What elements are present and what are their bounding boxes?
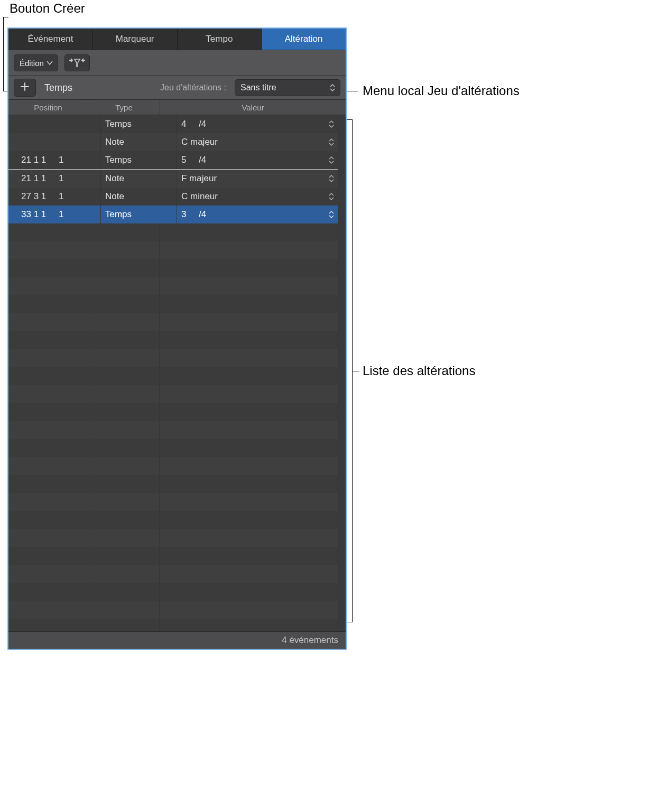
cell-value[interactable]: F majeur (177, 170, 338, 188)
stepper-icon[interactable] (328, 155, 335, 165)
table-row[interactable]: Note C majeur (8, 133, 338, 151)
value-text: 4 /4 (181, 119, 206, 129)
filter-button[interactable] (64, 54, 90, 71)
chevron-down-icon (47, 61, 52, 64)
tab-label: Événement (27, 34, 73, 44)
stepper-icon[interactable] (328, 137, 335, 147)
sub-toolbar: Temps Jeu d'altérations : Sans titre (8, 76, 346, 100)
status-text: 4 événements (282, 635, 338, 646)
cell-position[interactable]: 21 1 1 1 (8, 170, 101, 188)
toolbar: Édition (8, 50, 346, 76)
value-text: 3 /4 (181, 209, 206, 220)
signature-panel: Événement Marqueur Tempo Altération Édit… (7, 27, 347, 650)
table-row[interactable]: 21 1 1 1 Note F majeur (8, 170, 338, 188)
cell-value[interactable]: 4 /4 (177, 115, 338, 133)
stepper-icon[interactable] (328, 192, 335, 201)
cell-value[interactable]: 3 /4 (177, 206, 338, 223)
column-header-type[interactable]: Type (88, 100, 160, 115)
tab-tempo[interactable]: Tempo (178, 29, 262, 50)
cell-type[interactable]: Note (101, 170, 177, 188)
callout-bracket (352, 371, 359, 371)
callout-bracket (347, 119, 352, 120)
signature-set-label: Jeu d'altérations : (160, 83, 226, 92)
value-text: F majeur (181, 173, 217, 184)
tab-bar: Événement Marqueur Tempo Altération (8, 29, 346, 50)
signature-set-dropdown[interactable]: Sans titre (235, 79, 340, 96)
table-header: Position Type Valeur (8, 100, 346, 115)
stepper-icon[interactable] (328, 174, 335, 183)
plus-icon (20, 82, 30, 94)
table-body-wrap: Temps 4 /4 Note C majeur (8, 115, 346, 631)
dropdown-value: Sans titre (240, 83, 276, 92)
value-text: C majeur (181, 137, 218, 147)
stepper-icon[interactable] (328, 210, 335, 219)
create-button[interactable] (14, 79, 36, 97)
cell-position[interactable]: 27 3 1 1 (8, 188, 101, 206)
cell-position[interactable]: 21 1 1 1 (8, 151, 101, 169)
callout-bracket (347, 622, 352, 622)
edit-menu-button[interactable]: Édition (14, 54, 58, 71)
cell-value[interactable]: C majeur (177, 133, 338, 151)
edit-label: Édition (20, 59, 44, 68)
cell-position[interactable]: 33 1 1 1 (8, 206, 101, 223)
callout-line (3, 17, 4, 91)
column-header-value[interactable]: Valeur (160, 100, 346, 115)
cell-value[interactable]: 5 /4 (177, 151, 338, 169)
scrollbar-gutter[interactable] (338, 115, 346, 631)
table-row[interactable]: 27 3 1 1 Note C mineur (8, 188, 338, 206)
empty-area (8, 223, 338, 631)
cell-position[interactable] (8, 133, 101, 151)
cell-position[interactable] (8, 115, 101, 133)
callout-create-button: Bouton Créer (10, 1, 85, 16)
funnel-icon (69, 58, 85, 68)
tab-signature[interactable]: Altération (262, 29, 346, 50)
cell-type[interactable]: Note (101, 188, 177, 206)
status-bar: 4 événements (8, 631, 346, 649)
mode-label: Temps (44, 82, 72, 94)
column-header-position[interactable]: Position (8, 100, 88, 115)
signature-list: Temps 4 /4 Note C majeur (8, 115, 338, 631)
table-row[interactable]: 33 1 1 1 Temps 3 /4 (8, 206, 338, 223)
tab-marker[interactable]: Marqueur (93, 29, 178, 50)
table-row[interactable]: Temps 4 /4 (8, 115, 338, 133)
callout-signature-set-menu: Menu local Jeu d'altérations (363, 83, 520, 98)
tab-label: Tempo (206, 34, 233, 44)
cell-type[interactable]: Note (101, 133, 177, 151)
cell-value[interactable]: C mineur (177, 188, 338, 206)
tab-event[interactable]: Événement (8, 29, 93, 50)
cell-type[interactable]: Temps (101, 206, 177, 223)
callout-signature-list: Liste des altérations (363, 363, 475, 378)
stepper-icon (329, 83, 336, 92)
tab-label: Altération (285, 34, 323, 44)
callout-line (3, 17, 8, 17)
value-text: 5 /4 (181, 155, 206, 165)
cell-type[interactable]: Temps (101, 151, 177, 169)
table-row[interactable]: 21 1 1 1 Temps 5 /4 (8, 151, 338, 170)
value-text: C mineur (181, 191, 218, 202)
stepper-icon[interactable] (328, 119, 335, 129)
cell-type[interactable]: Temps (101, 115, 177, 133)
tab-label: Marqueur (116, 34, 154, 44)
